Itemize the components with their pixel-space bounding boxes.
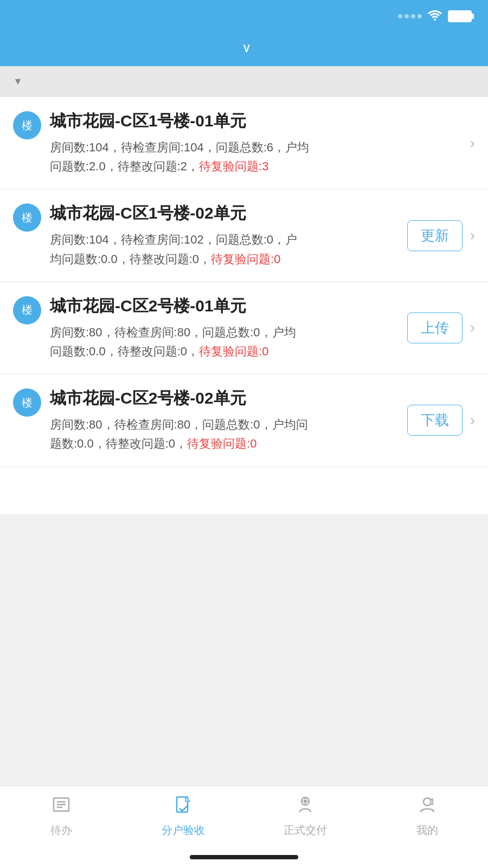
building-badge: 楼 [13, 296, 41, 324]
home-indicator [0, 848, 488, 868]
building-list: 楼 城市花园-C区1号楼-01单元 房间数:104，待检查房间:104，问题总数… [0, 97, 488, 514]
tab-icon-mine [418, 795, 437, 819]
tab-label-inspection: 分户验收 [162, 823, 205, 838]
status-icons [398, 9, 472, 24]
list-item[interactable]: 楼 城市花园-C区2号楼-02单元 房间数:80，待检查房间:80，问题总数:0… [0, 374, 488, 467]
action-button-3[interactable]: 上传 [407, 312, 463, 343]
tab-inspection[interactable]: 分户验收 [122, 795, 244, 838]
tab-label-todo: 待办 [50, 823, 72, 838]
item-title: 城市花园-C区2号楼-01单元 [50, 295, 399, 317]
tab-icon-todo [52, 795, 71, 819]
highlight-text: 待复验问题:3 [199, 159, 268, 173]
chevron-right-icon: › [470, 412, 475, 429]
item-content: 城市花园-C区2号楼-01单元 房间数:80，待检查房间:80，问题总数:0，户… [50, 295, 399, 361]
item-right: 上传 › [407, 312, 475, 343]
svg-point-6 [304, 800, 306, 802]
empty-area [0, 514, 488, 786]
building-badge: 楼 [13, 388, 41, 417]
page-header: ∨ [0, 33, 488, 66]
item-desc: 房间数:80，待检查房间:80，问题总数:0，户均问题数:0.0，待整改问题:0… [50, 323, 399, 361]
chevron-right-icon: › [470, 227, 475, 244]
building-badge: 楼 [13, 203, 41, 232]
battery-icon [448, 10, 472, 22]
highlight-text: 待复验问题:0 [211, 252, 280, 266]
tab-label-mine: 我的 [416, 823, 438, 838]
list-item[interactable]: 楼 城市花园-C区1号楼-01单元 房间数:104，待检查房间:104，问题总数… [0, 97, 488, 189]
highlight-text: 待复验问题:0 [199, 344, 268, 358]
chevron-right-icon: › [470, 319, 475, 336]
item-content: 城市花园-C区1号楼-01单元 房间数:104，待检查房间:104，问题总数:6… [50, 110, 459, 176]
tab-bar: 待办 分户验收 正式交付 [0, 786, 488, 848]
section-header[interactable]: ▼ [0, 66, 488, 97]
list-item[interactable]: 楼 城市花园-C区2号楼-01单元 房间数:80，待检查房间:80，问题总数:0… [0, 282, 488, 374]
chevron-right-icon: › [470, 135, 475, 152]
svg-point-11 [423, 798, 431, 806]
highlight-text: 待复验问题:0 [187, 437, 256, 450]
wifi-icon [427, 9, 442, 24]
item-right: 更新 › [407, 220, 475, 251]
tab-delivery[interactable]: 正式交付 [244, 795, 366, 838]
status-bar [0, 0, 488, 33]
tab-mine[interactable]: 我的 [366, 795, 488, 838]
item-title: 城市花园-C区1号楼-02单元 [50, 202, 399, 225]
building-badge: 楼 [13, 111, 41, 139]
action-button-2[interactable]: 更新 [407, 220, 463, 251]
signal-icon [398, 14, 422, 18]
action-button-4[interactable]: 下载 [407, 405, 463, 436]
item-content: 城市花园-C区2号楼-02单元 房间数:80，待检查房间:80，问题总数:0，户… [50, 387, 399, 453]
item-right: › [468, 135, 475, 152]
header-chevron-icon[interactable]: ∨ [242, 40, 252, 55]
tab-icon-delivery [296, 795, 315, 819]
item-title: 城市花园-C区2号楼-02单元 [50, 387, 399, 410]
item-desc: 房间数:80，待检查房间:80，问题总数:0，户均问题数:0.0，待整改问题:0… [50, 415, 399, 453]
item-desc: 房间数:104，待检查房间:102，问题总数:0，户均问题数:0.0，待整改问题… [50, 230, 399, 268]
item-content: 城市花园-C区1号楼-02单元 房间数:104，待检查房间:102，问题总数:0… [50, 202, 399, 268]
item-desc: 房间数:104，待检查房间:104，问题总数:6，户均问题数:2.0，待整改问题… [50, 138, 459, 176]
section-collapse-icon[interactable]: ▼ [13, 76, 23, 87]
tab-label-delivery: 正式交付 [284, 823, 327, 838]
item-right: 下载 › [407, 405, 475, 436]
list-item[interactable]: 楼 城市花园-C区1号楼-02单元 房间数:104，待检查房间:102，问题总数… [0, 189, 488, 282]
tab-icon-inspection [174, 795, 193, 819]
tab-todo[interactable]: 待办 [0, 795, 122, 838]
item-title: 城市花园-C区1号楼-01单元 [50, 110, 459, 132]
home-bar [190, 855, 298, 859]
